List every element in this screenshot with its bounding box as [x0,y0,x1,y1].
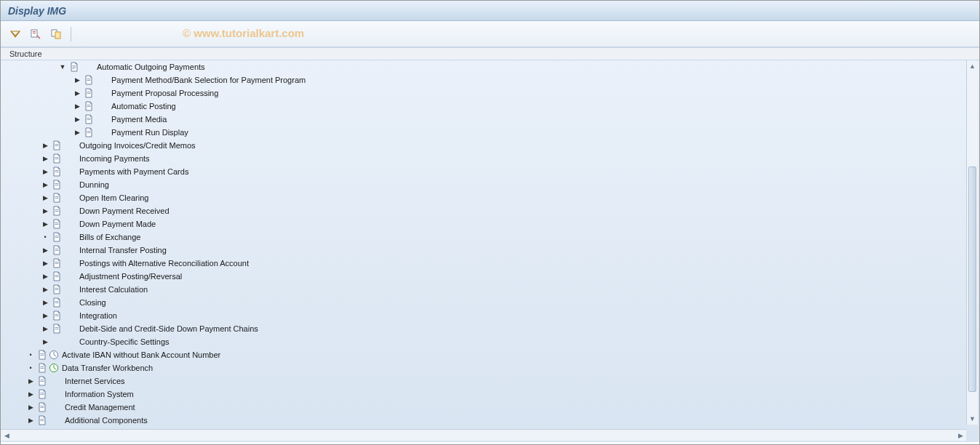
tree-node[interactable]: ▶Payments with Payment Cards [1,165,960,178]
expand-icon[interactable]: ▶ [41,325,49,332]
scroll-left-icon[interactable]: ◀ [1,432,12,439]
expand-icon[interactable]: ▶ [41,260,49,267]
document-icon[interactable] [69,62,79,72]
expand-icon[interactable]: ▶ [41,299,49,306]
expand-icon[interactable]: ▶ [41,220,49,228]
tree-node[interactable]: ▶Credit Management [1,401,960,414]
document-icon[interactable] [52,206,62,216]
document-icon[interactable] [52,310,62,321]
document-icon[interactable] [52,140,62,151]
expand-icon[interactable]: ▶ [27,417,34,424]
expand-icon[interactable]: ▶ [73,129,81,136]
document-icon[interactable] [52,297,62,308]
collapse-icon[interactable]: ▼ [59,63,66,71]
document-icon[interactable] [52,153,62,164]
document-icon[interactable] [52,180,62,190]
expand-icon[interactable]: ▶ [41,273,49,280]
expand-icon[interactable]: ▶ [73,89,81,97]
expand-icon[interactable]: ▶ [41,207,49,215]
tree-node[interactable]: ▶Country-Specific Settings [1,335,960,348]
tree-node[interactable]: ▶Internal Transfer Posting [1,244,960,257]
tree-vertical-scrollbar[interactable]: ▲ ▼ [966,60,978,425]
icon-spacer [52,337,62,347]
document-icon[interactable] [52,245,62,255]
document-icon[interactable] [37,389,47,399]
expand-icon[interactable]: ▶ [41,338,49,345]
tree-node-label: Down Payment Received [75,207,170,215]
tree-node[interactable]: • Activate IBAN without Bank Account Num… [1,348,960,361]
tree-node-expanded[interactable]: ▼ Automatic Outgoing Payments [1,60,960,73]
scroll-right-icon[interactable]: ▶ [955,432,966,439]
tree-node[interactable]: ▶ Payment Method/Bank Selection for Paym… [1,73,960,87]
svg-rect-60 [41,419,44,420]
document-icon[interactable] [52,219,62,229]
tree-node[interactable]: ▶Incoming Payments [1,152,960,165]
expand-icon[interactable]: ▶ [73,116,81,123]
tree-node[interactable]: ▶Open Item Clearing [1,191,960,204]
expand-icon[interactable]: ▶ [41,246,49,254]
expand-icon[interactable]: ▶ [27,390,34,398]
scrollbar-thumb[interactable] [968,167,976,392]
expand-icon[interactable]: ▶ [41,168,49,175]
expand-icon[interactable]: ▶ [27,404,34,411]
document-icon[interactable] [37,376,47,386]
expand-icon[interactable]: ▶ [73,103,81,110]
tree-node[interactable]: ▶Down Payment Received [1,204,960,217]
document-icon[interactable] [52,232,62,242]
expand-icon[interactable]: ▶ [41,286,49,293]
document-icon[interactable] [37,415,47,425]
tree-node[interactable]: ▶ Automatic Posting [1,100,960,113]
expand-icon[interactable]: ▶ [27,377,34,385]
expand-all-icon[interactable] [8,27,23,41]
find-icon[interactable] [28,27,43,41]
icon-spacer [63,167,73,177]
expand-icon[interactable]: ▶ [41,181,49,188]
document-icon[interactable] [37,363,47,373]
document-icon[interactable] [52,193,62,203]
document-icon[interactable] [84,75,94,85]
tree-horizontal-scrollbar[interactable]: ◀ ▶ [1,429,966,441]
tree-node[interactable]: ▶Outgoing Invoices/Credit Memos [1,139,960,152]
expand-icon[interactable]: ▶ [41,194,49,201]
tree-node[interactable]: ▶Integration [1,309,960,322]
existing-bc-sets-icon[interactable] [49,27,63,41]
execute-activity-icon[interactable] [49,350,59,360]
document-icon[interactable] [84,114,94,124]
tree-node[interactable]: ▶Information System [1,388,960,401]
document-icon[interactable] [84,88,94,98]
tree-node[interactable]: ▶ Payment Proposal Processing [1,87,960,100]
svg-rect-10 [87,92,91,92]
tree-node[interactable]: ▶Internet Services [1,374,960,388]
document-icon[interactable] [84,101,94,111]
document-icon[interactable] [37,402,47,412]
document-icon[interactable] [37,350,47,360]
scrollbar-track[interactable] [967,72,978,413]
tree-node[interactable]: ▶ Payment Run Display [1,126,960,139]
tree[interactable]: ▼ Automatic Outgoing Payments ▶ Payment … [1,60,960,427]
tree-node[interactable]: ▶Down Payment Made [1,217,960,230]
tree-node[interactable]: ▶Postings with Alternative Reconciliatio… [1,257,960,270]
tree-node[interactable]: ▶ Payment Media [1,113,960,126]
tree-node[interactable]: ▶Dunning [1,178,960,191]
expand-icon[interactable]: ▶ [41,155,49,162]
execute-activity-icon[interactable] [49,363,59,373]
tree-node[interactable]: • Data Transfer Workbench [1,361,960,374]
document-icon[interactable] [52,324,62,334]
tree-node[interactable]: ▶Adjustment Posting/Reversal [1,270,960,283]
tree-node[interactable]: ▶Debit-Side and Credit-Side Down Payment… [1,322,960,335]
icon-spacer [63,219,73,229]
tree-node[interactable]: ▶Additional Components [1,414,960,427]
document-icon[interactable] [84,127,94,137]
document-icon[interactable] [52,167,62,177]
document-icon[interactable] [52,284,62,294]
expand-icon[interactable]: ▶ [41,312,49,319]
document-icon[interactable] [52,271,62,281]
scroll-down-icon[interactable]: ▼ [967,413,978,425]
tree-node[interactable]: ▶Closing [1,296,960,309]
document-icon[interactable] [52,258,62,268]
tree-node[interactable]: ▶Interest Calculation [1,283,960,296]
scroll-up-icon[interactable]: ▲ [967,60,978,72]
tree-node[interactable]: •Bills of Exchange [1,230,960,244]
expand-icon[interactable]: ▶ [41,142,49,149]
expand-icon[interactable]: ▶ [73,76,81,84]
